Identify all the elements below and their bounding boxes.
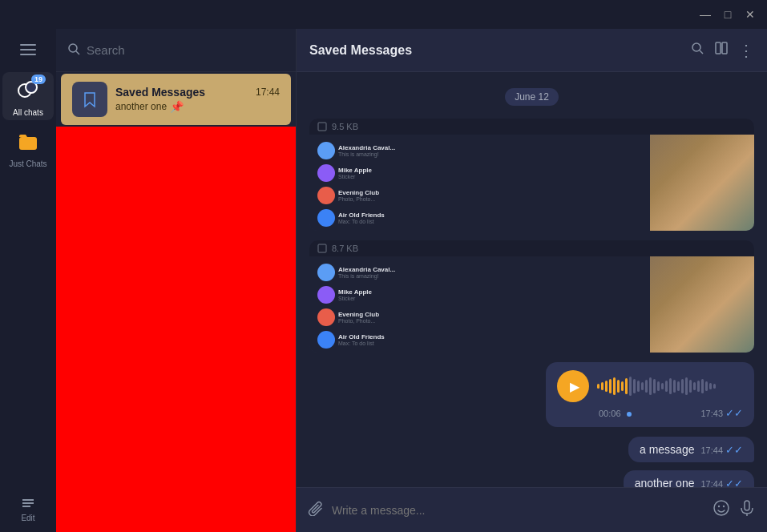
- message-text-1: a message: [640, 443, 694, 456]
- mini-row: Alexandria Caval... This is amazing!: [314, 261, 645, 284]
- close-button[interactable]: ✕: [740, 6, 761, 22]
- svg-point-14: [714, 501, 729, 515]
- folder-icon: [17, 131, 39, 153]
- message-input-bar: [297, 487, 767, 532]
- audio-time: 17:43: [700, 409, 723, 418]
- sidebar-bottom: Edit: [19, 494, 37, 532]
- chat-item-info: Saved Messages 17:44 another one 📌: [115, 86, 280, 113]
- mini-row: Evening Club Photo, Photo...: [314, 306, 645, 328]
- message-text-2: another one: [635, 477, 695, 487]
- play-button[interactable]: ▶: [557, 370, 589, 402]
- just-chats-icon-wrap: [14, 127, 42, 156]
- main-layout: 19 All chats Just Chats: [0, 29, 767, 532]
- text-message-1: a message 17:44 ✓✓: [309, 437, 754, 462]
- screenshot-message-1: 9.5 KB Alexandria Caval... This is amazi…: [309, 119, 754, 231]
- chat-header-bar: Saved Messages ⋮: [297, 29, 767, 72]
- file-icon-2: [317, 244, 327, 253]
- screenshot-message-2: 8.7 KB Alexandria Caval... This is amazi…: [309, 240, 754, 353]
- search-input[interactable]: [87, 43, 285, 57]
- play-icon: ▶: [570, 379, 579, 394]
- mic-icon[interactable]: [738, 499, 756, 521]
- layout-icon[interactable]: [714, 41, 729, 59]
- message-input[interactable]: [332, 504, 704, 517]
- mini-row: Air Old Friends Max: To do list: [314, 207, 645, 229]
- svg-rect-10: [716, 42, 721, 54]
- edit-icon: [19, 494, 37, 512]
- search-chat-icon[interactable]: [690, 41, 704, 59]
- titlebar: — □ ✕: [0, 0, 767, 29]
- edit-label: Edit: [21, 514, 34, 522]
- double-check-icon-1: ✓✓: [725, 444, 743, 456]
- hamburger-button[interactable]: [10, 35, 46, 64]
- mini-row: Mike Apple Sticker: [314, 162, 645, 184]
- svg-point-15: [718, 506, 720, 507]
- svg-rect-11: [722, 42, 727, 54]
- chat-item-saved-messages[interactable]: Saved Messages 17:44 another one 📌: [61, 74, 291, 125]
- svg-rect-13: [318, 244, 326, 252]
- audio-duration: 00:06: [599, 409, 632, 418]
- minimize-button[interactable]: —: [695, 6, 716, 22]
- more-options-icon[interactable]: ⋮: [738, 41, 754, 60]
- all-chats-icon-wrap: 19: [14, 76, 42, 105]
- screenshot-image-1: [650, 135, 754, 231]
- search-bar: [56, 29, 296, 72]
- just-chats-label: Just Chats: [9, 159, 46, 168]
- messages-area: June 12 9.5 KB: [297, 72, 767, 487]
- mini-row: Evening Club Photo, Photo...: [314, 184, 645, 207]
- message-time-1: 17:44: [700, 445, 723, 455]
- screenshot-size-2: 8.7 KB: [332, 244, 358, 253]
- sidebar-item-all-chats[interactable]: 19 All chats: [2, 72, 54, 120]
- svg-rect-17: [745, 501, 749, 510]
- chat-time: 17:44: [256, 87, 280, 98]
- sidebar-item-just-chats[interactable]: Just Chats: [2, 123, 54, 171]
- search-icon: [67, 42, 80, 58]
- svg-line-7: [76, 51, 79, 54]
- mini-row: Alexandria Caval... This is amazing!: [314, 139, 645, 162]
- sidebar-edit-button[interactable]: Edit: [19, 494, 37, 522]
- svg-line-9: [700, 50, 703, 54]
- chat-preview-text: another one: [115, 101, 167, 112]
- svg-point-8: [692, 43, 700, 51]
- audio-waveform: [597, 375, 743, 397]
- screenshot-size-1: 9.5 KB: [332, 122, 358, 131]
- chat-main: Saved Messages ⋮: [297, 29, 767, 532]
- mini-row: Air Old Friends Max: To do list: [314, 328, 645, 351]
- all-chats-badge: 19: [31, 75, 46, 84]
- chat-name: Saved Messages: [115, 86, 205, 99]
- icon-sidebar: 19 All chats Just Chats: [0, 29, 56, 532]
- chat-title: Saved Messages: [309, 43, 412, 58]
- double-check-icon-2: ✓✓: [725, 478, 743, 487]
- audio-dot: [627, 412, 632, 417]
- date-badge: June 12: [505, 88, 559, 106]
- svg-point-6: [69, 44, 77, 52]
- date-divider: June 12: [309, 88, 754, 106]
- maximize-button[interactable]: □: [717, 6, 738, 22]
- mini-row: Max Bright How about some coffee?: [314, 351, 645, 353]
- mini-row: Max Bright How about some coffee?: [314, 229, 645, 231]
- audio-message: ▶ 00:06 17:43 ✓✓: [309, 362, 754, 427]
- double-check-icon: ✓✓: [725, 407, 743, 419]
- text-message-2: another one 17:44 ✓✓: [309, 470, 754, 487]
- message-time-2: 17:44: [700, 479, 723, 488]
- saved-messages-avatar: [72, 82, 107, 117]
- chat-list-panel: Saved Messages 17:44 another one 📌: [56, 29, 297, 532]
- svg-rect-2: [19, 137, 37, 150]
- chat-list-placeholder: [56, 127, 296, 532]
- file-icon: [317, 122, 327, 131]
- emoji-icon[interactable]: [713, 499, 730, 521]
- input-actions: [713, 499, 756, 521]
- screenshot-image-2: [650, 256, 754, 353]
- mini-row: Mike Apple Sticker: [314, 284, 645, 306]
- svg-rect-12: [318, 123, 326, 131]
- svg-point-16: [723, 506, 725, 507]
- chat-header-actions: ⋮: [690, 41, 754, 60]
- pin-icon: 📌: [170, 100, 184, 113]
- all-chats-label: All chats: [13, 108, 43, 117]
- sidebar-top: 19 All chats Just Chats: [2, 35, 54, 494]
- attach-icon[interactable]: [308, 500, 324, 520]
